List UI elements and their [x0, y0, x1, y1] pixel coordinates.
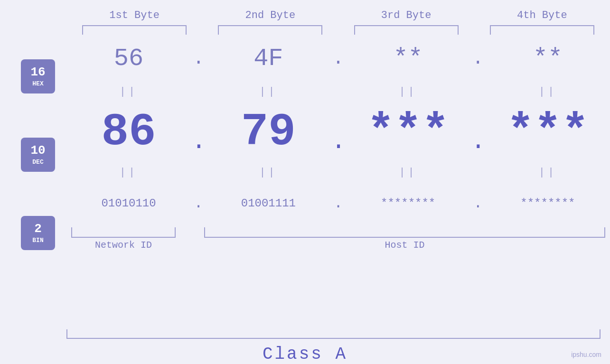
sep5: ||: [76, 167, 181, 178]
class-label: Class A: [263, 345, 347, 364]
byte4-header: 4th Byte: [490, 9, 594, 21]
dec-dot2: .: [331, 109, 345, 156]
bracket-byte3: [354, 25, 459, 35]
network-bracket: [71, 227, 176, 238]
bin-dot2: .: [331, 195, 345, 212]
bin-byte4: ********: [496, 197, 600, 210]
dec-row: 86 . 79 . *** . ***: [66, 101, 610, 163]
hex-badge-label: HEX: [32, 80, 43, 87]
hex-dot1: .: [191, 48, 206, 69]
host-bracket: [204, 227, 605, 238]
bin-badge: 2 BIN: [21, 216, 55, 250]
sep4: ||: [496, 86, 600, 98]
byte-headers-row: 1st Byte 2nd Byte 3rd Byte 4th Byte: [0, 9, 610, 21]
sep-row-1: || || || ||: [66, 82, 610, 101]
dec-byte3: ***: [356, 106, 460, 158]
bin-badge-label: BIN: [32, 237, 43, 244]
dec-byte4: ***: [496, 106, 600, 158]
big-bracket: [66, 329, 601, 339]
bracket-byte1: [82, 25, 187, 35]
class-label-row: Class A: [0, 345, 610, 364]
dec-dot1: .: [191, 109, 206, 156]
bracket-byte4: [490, 25, 594, 35]
byte2-header: 2nd Byte: [218, 9, 322, 21]
labels-row: Network ID Host ID: [66, 238, 610, 251]
bracket-byte2: [218, 25, 322, 35]
dec-dot3: .: [471, 109, 485, 156]
sep3: ||: [356, 86, 460, 98]
hex-badge-row: 16 HEX: [21, 59, 55, 93]
sep6: ||: [216, 167, 320, 178]
bin-badge-num: 2: [34, 222, 42, 236]
main-container: 1st Byte 2nd Byte 3rd Byte 4th Byte 16 H…: [0, 0, 610, 364]
bottom-brackets-row: [66, 224, 610, 238]
byte1-header: 1st Byte: [82, 9, 187, 21]
hex-byte4: **: [496, 45, 600, 73]
byte3-header: 3rd Byte: [354, 9, 459, 21]
sep-row-2: || || || ||: [66, 163, 610, 182]
hex-byte3: **: [356, 45, 460, 73]
sep8: ||: [496, 167, 600, 178]
hex-badge-num: 16: [30, 65, 45, 80]
hex-dot2: .: [331, 48, 345, 69]
sep7: ||: [356, 167, 460, 178]
sep2: ||: [216, 86, 320, 98]
network-id-label: Network ID: [71, 240, 176, 251]
data-columns: 56 . 4F . ** . ** || || || || 86: [66, 35, 610, 322]
dec-badge-num: 10: [30, 143, 45, 158]
hex-byte1: 56: [76, 45, 181, 73]
bin-dot3: .: [471, 195, 485, 212]
badges-column: 16 HEX 10 DEC 2 BIN: [9, 35, 66, 272]
dec-badge: 10 DEC: [21, 138, 55, 172]
dec-byte1: 86: [76, 106, 181, 158]
bin-byte2: 01001111: [216, 197, 320, 210]
dec-badge-label: DEC: [32, 159, 43, 166]
hex-row: 56 . 4F . ** . **: [66, 35, 610, 82]
bin-byte1: 01010110: [76, 197, 181, 210]
bin-dot1: .: [191, 195, 206, 212]
watermark: ipshu.com: [571, 351, 601, 358]
bin-row: 01010110 . 01001111 . ******** . *******…: [66, 182, 610, 224]
hex-byte2: 4F: [216, 45, 320, 73]
hex-badge: 16 HEX: [21, 59, 55, 93]
sep1: ||: [76, 86, 181, 98]
content-area: 16 HEX 10 DEC 2 BIN 56: [0, 35, 610, 322]
bin-byte3: ********: [356, 197, 460, 210]
hex-dot3: .: [471, 48, 485, 69]
dec-badge-row: 10 DEC: [21, 138, 55, 172]
host-id-label: Host ID: [204, 240, 605, 251]
big-bracket-row: [0, 329, 610, 339]
dec-byte2: 79: [216, 106, 320, 158]
bin-badge-row: 2 BIN: [21, 216, 55, 250]
top-brackets: [0, 25, 610, 35]
